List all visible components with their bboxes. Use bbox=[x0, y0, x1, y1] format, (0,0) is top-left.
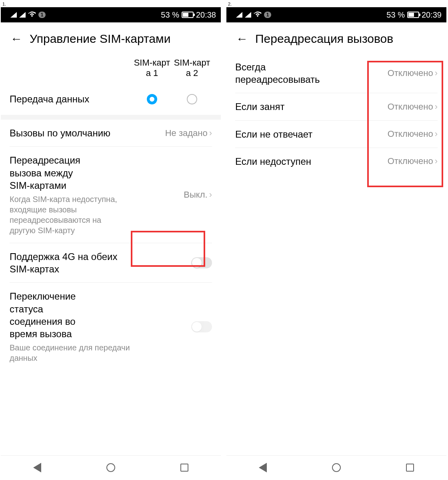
step-number-1: 1. bbox=[1, 1, 221, 7]
wifi-icon bbox=[254, 11, 262, 19]
battery-percent: 53 % bbox=[386, 10, 405, 20]
section-divider bbox=[1, 115, 221, 120]
app-bar: ← Переадресация вызовов bbox=[226, 22, 446, 54]
always-forward-label: Всегда переадресовывать bbox=[235, 61, 336, 86]
row-if-busy[interactable]: Если занят Отключено › bbox=[235, 93, 438, 120]
nav-back-icon[interactable] bbox=[33, 463, 41, 472]
switch-connection-sub: Ваше соединение для передачи данных bbox=[10, 342, 151, 363]
row-if-unreachable[interactable]: Если недоступен Отключено › bbox=[235, 148, 438, 175]
if-no-answer-value: Отключено bbox=[388, 129, 433, 139]
page-title: Управление SIM-картами bbox=[30, 32, 170, 46]
dual-4g-toggle[interactable] bbox=[191, 257, 212, 268]
radio-sim2[interactable] bbox=[187, 94, 197, 104]
default-calls-label: Вызовы по умолчанию bbox=[10, 127, 110, 139]
battery-percent: 53 % bbox=[161, 10, 179, 20]
radio-sim1[interactable] bbox=[147, 94, 157, 104]
nav-bar bbox=[226, 455, 446, 479]
dual-4g-label: Поддержка 4G на обеих SIM-картах bbox=[10, 250, 131, 275]
sim-col-2: SIM-карта 2 bbox=[172, 58, 212, 78]
data-transfer-label: Передача данных bbox=[10, 93, 132, 105]
screenshot-2: 2. 1 53 % 20:39 ← Переадресация вызовов … bbox=[226, 1, 446, 479]
step-number-2: 2. bbox=[226, 1, 446, 7]
signal-icon bbox=[10, 12, 17, 18]
sim-badge: 1 bbox=[264, 12, 271, 18]
call-forwarding-label: Переадресация вызова между SIM-картами bbox=[10, 154, 76, 192]
if-unreachable-value: Отключено bbox=[388, 156, 433, 166]
sim-columns-header: SIM-карта 1 SIM-карта 2 bbox=[10, 54, 212, 86]
call-forwarding-sub: Когда SIM-карта недоступна, входящие выз… bbox=[10, 194, 121, 236]
signal-icon bbox=[245, 12, 251, 18]
signal-icon bbox=[236, 12, 242, 18]
status-bar: 1 53 % 20:38 bbox=[1, 7, 221, 22]
clock: 20:39 bbox=[422, 10, 442, 20]
if-busy-value: Отключено bbox=[388, 102, 433, 112]
sim-badge: 1 bbox=[38, 12, 46, 18]
back-arrow-icon[interactable]: ← bbox=[10, 33, 22, 45]
status-bar: 1 53 % 20:39 bbox=[226, 7, 446, 22]
wifi-icon bbox=[28, 11, 36, 19]
if-no-answer-label: Если не отвечает bbox=[235, 128, 312, 140]
default-calls-value: Не задано bbox=[165, 128, 208, 138]
signal-icon bbox=[19, 12, 26, 18]
nav-bar bbox=[1, 455, 221, 479]
row-call-forwarding-sim[interactable]: Переадресация вызова между SIM-картами К… bbox=[10, 147, 212, 243]
row-data-transfer[interactable]: Передача данных bbox=[10, 86, 212, 115]
chevron-right-icon: › bbox=[435, 68, 438, 78]
nav-recent-icon[interactable] bbox=[406, 464, 414, 472]
row-dual-4g[interactable]: Поддержка 4G на обеих SIM-картах bbox=[10, 243, 212, 283]
call-forwarding-value: Выкл. bbox=[184, 190, 207, 200]
row-if-no-answer[interactable]: Если не отвечает Отключено › bbox=[235, 121, 438, 148]
battery-icon bbox=[407, 12, 419, 18]
app-bar: ← Управление SIM-картами bbox=[1, 22, 221, 54]
switch-connection-label: Переключение статуса соединения во время… bbox=[10, 290, 95, 340]
back-arrow-icon[interactable]: ← bbox=[236, 33, 248, 45]
nav-home-icon[interactable] bbox=[106, 463, 115, 472]
clock: 20:38 bbox=[196, 10, 216, 20]
row-always-forward[interactable]: Всегда переадресовывать Отключено › bbox=[235, 54, 438, 93]
screenshot-1: 1. 1 53 % 20:38 ← Управление SIM-картами… bbox=[1, 1, 221, 479]
chevron-right-icon: › bbox=[209, 128, 212, 138]
nav-back-icon[interactable] bbox=[259, 463, 267, 472]
if-unreachable-label: Если недоступен bbox=[235, 155, 311, 168]
row-default-calls[interactable]: Вызовы по умолчанию Не задано › bbox=[10, 120, 212, 147]
page-title: Переадресация вызовов bbox=[255, 32, 393, 46]
switch-connection-toggle[interactable] bbox=[191, 321, 212, 332]
battery-icon bbox=[182, 12, 194, 18]
chevron-right-icon: › bbox=[209, 190, 212, 200]
sim-col-1: SIM-карта 1 bbox=[132, 58, 172, 78]
nav-recent-icon[interactable] bbox=[180, 464, 188, 472]
chevron-right-icon: › bbox=[435, 156, 438, 166]
always-forward-value: Отключено bbox=[388, 68, 433, 78]
if-busy-label: Если занят bbox=[235, 100, 284, 113]
chevron-right-icon: › bbox=[435, 129, 438, 139]
nav-home-icon[interactable] bbox=[332, 463, 341, 472]
chevron-right-icon: › bbox=[435, 102, 438, 112]
row-switch-connection[interactable]: Переключение статуса соединения во время… bbox=[10, 283, 212, 370]
